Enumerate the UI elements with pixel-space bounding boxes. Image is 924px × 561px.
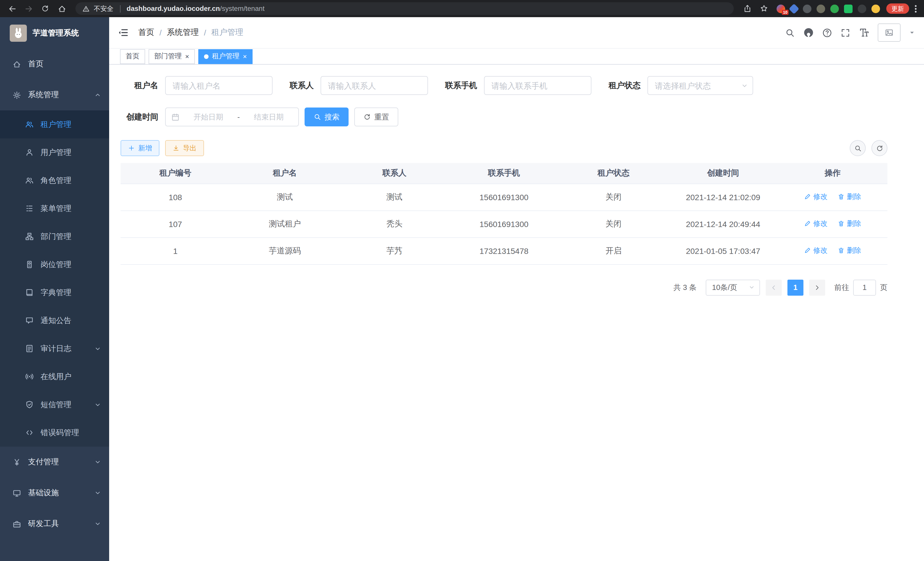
delete-button[interactable]: 删除 [838,246,861,256]
tab-tenant[interactable]: 租户管理 × [198,49,253,64]
menu-list-icon [25,204,34,213]
edit-button[interactable]: 修改 [804,246,827,256]
goto-page: 前往 页 [834,279,887,295]
back-icon[interactable] [6,2,18,15]
app-logo[interactable]: 芋道管理系统 [0,17,109,49]
date-range-picker[interactable]: 开始日期 - 结束日期 [165,108,299,126]
warning-icon [82,5,90,12]
page-number[interactable]: 1 [788,279,803,295]
sidebar-item-system[interactable]: 系统管理 [0,80,109,110]
toggle-search-button[interactable] [850,140,866,156]
close-icon[interactable]: × [185,53,189,60]
goto-page-input[interactable] [853,279,876,295]
chevron-down-icon [94,401,101,408]
sidebar-item-notice[interactable]: 通知公告 [0,307,109,335]
extension-icon-4[interactable] [817,4,825,13]
tab-dept[interactable]: 部门管理 × [148,49,195,64]
github-icon[interactable] [803,27,814,38]
toolbox-icon [13,520,21,528]
extension-icon-2[interactable] [789,3,800,14]
home-nav-icon[interactable] [56,2,68,15]
tags-view: 首页 部门管理 × 租户管理 × [109,49,924,65]
forward-icon[interactable] [22,2,35,15]
search-icon[interactable] [785,28,795,38]
table-header-row: 租户编号 租户名 联系人 联系手机 租户状态 创建时间 操作 [121,163,887,183]
total-count: 共 3 条 [674,282,697,293]
reload-icon[interactable] [39,2,51,15]
sidebar-item-online-user[interactable]: 在线用户 [0,362,109,391]
calendar-icon [171,113,179,121]
sidebar-item-home[interactable]: 首页 [0,49,109,80]
extension-icon-8[interactable] [872,4,880,13]
bookmark-star-icon[interactable] [758,2,770,15]
edit-button[interactable]: 修改 [804,192,827,202]
sidebar-item-infra[interactable]: 基础设施 [0,478,109,508]
sidebar-item-dept[interactable]: 部门管理 [0,223,109,250]
update-button[interactable]: 更新 [886,3,909,14]
sidebar-item-tenant[interactable]: 租户管理 [0,110,109,138]
tenant-table: 租户编号 租户名 联系人 联系手机 租户状态 创建时间 操作 108 测试 测试 [121,163,887,265]
close-icon[interactable]: × [243,53,247,60]
extension-icon-7[interactable] [858,4,866,13]
contact-input[interactable] [321,76,428,95]
help-icon[interactable] [822,28,832,38]
next-page-button[interactable] [809,279,825,295]
chevron-up-icon [94,92,101,98]
font-size-icon[interactable] [859,27,869,38]
book-icon [25,288,34,297]
status-label: 租户状态 [609,80,640,91]
sidebar-item-dev-tools[interactable]: 研发工具 [0,508,109,539]
add-button[interactable]: 新增 [121,140,159,156]
trash-icon [838,194,844,200]
caret-down-icon[interactable] [909,30,915,35]
status-select[interactable] [647,76,753,95]
pagination: 共 3 条 10条/页 1 前往 页 [121,279,887,295]
export-button[interactable]: 导出 [165,140,204,156]
extension-icon-6[interactable] [844,4,853,13]
page-size-select[interactable]: 10条/页 [706,279,760,295]
edit-button[interactable]: 修改 [804,219,827,229]
filter-row-1: 租户名 联系人 联系手机 租户状态 [121,76,887,95]
table-row: 107 测试租户 秃头 15601691300 关闭 2021-12-14 20… [121,211,887,237]
sidebar-item-user[interactable]: 用户管理 [0,138,109,166]
prev-page-button[interactable] [766,279,782,295]
shield-icon [25,400,34,409]
roles-icon [25,176,34,185]
menu-fold-icon[interactable] [118,27,129,38]
phone-input[interactable] [484,76,591,95]
tenant-name-input[interactable] [165,76,273,95]
sidebar-item-post[interactable]: 岗位管理 [0,250,109,278]
monitor-icon [13,489,21,497]
sidebar-item-dict[interactable]: 字典管理 [0,278,109,307]
user-icon [25,148,34,157]
breadcrumb-system[interactable]: 系统管理 [167,27,199,38]
contact-label: 联系人 [290,80,314,91]
search-button[interactable]: 搜索 [304,108,349,126]
address-bar[interactable]: 不安全 dashboard.yudao.iocoder.cn/system/te… [75,2,734,15]
sidebar-item-sms[interactable]: 短信管理 [0,391,109,419]
fullscreen-icon[interactable] [841,28,850,38]
sidebar-item-audit-log[interactable]: 审计日志 [0,335,109,362]
url-text[interactable]: dashboard.yudao.iocoder.cn/system/tenant [127,5,265,13]
browser-menu-icon[interactable] [913,5,918,12]
app-title: 芋道管理系统 [33,28,79,38]
chevron-down-icon [94,490,101,496]
extension-icon-5[interactable] [830,4,839,13]
sidebar-item-error-code[interactable]: 错误码管理 [0,419,109,447]
sidebar-item-menu[interactable]: 菜单管理 [0,194,109,223]
security-label[interactable]: 不安全 [94,4,113,13]
extension-icon-1[interactable]: 10 [777,4,785,13]
extension-icon-3[interactable] [803,4,812,13]
delete-button[interactable]: 删除 [838,219,861,229]
breadcrumb: 首页 / 系统管理 / 租户管理 [138,27,243,38]
sidebar-item-role[interactable]: 角色管理 [0,166,109,194]
breadcrumb-home[interactable]: 首页 [138,27,154,38]
reset-button[interactable]: 重置 [354,108,398,126]
share-icon[interactable] [741,2,754,15]
sidebar-item-payment[interactable]: 支付管理 [0,447,109,478]
tab-home[interactable]: 首页 [120,49,145,64]
avatar[interactable] [878,23,901,42]
refresh-table-button[interactable] [872,140,887,156]
filter-phone: 联系手机 [445,76,591,95]
delete-button[interactable]: 删除 [838,192,861,202]
